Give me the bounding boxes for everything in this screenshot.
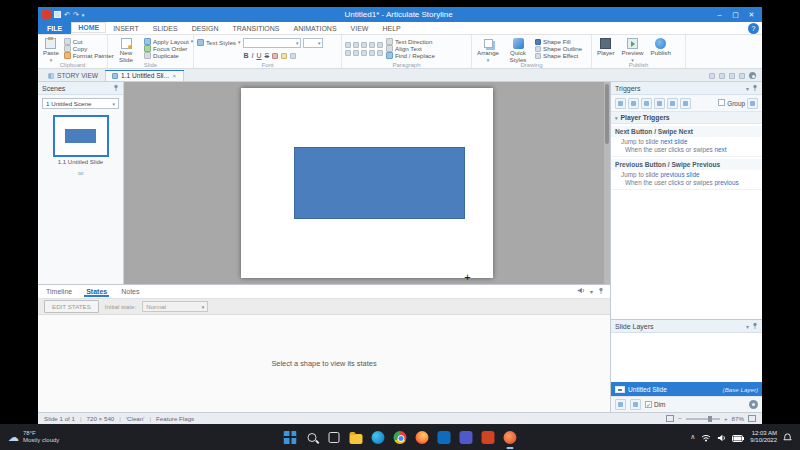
find-replace-button[interactable]: Find / Replace (386, 52, 435, 59)
slide-canvas[interactable]: + (124, 82, 610, 284)
cut-button[interactable]: Cut (64, 38, 114, 45)
text-styles-button[interactable]: Text Styles▾ (197, 38, 240, 46)
new-trigger-icon[interactable] (615, 98, 626, 109)
trigger-list-view-icon[interactable] (747, 98, 758, 109)
zoom-in-icon[interactable]: + (724, 415, 728, 422)
align-justify-button[interactable] (369, 50, 375, 56)
delete-trigger-icon[interactable] (641, 98, 652, 109)
player-button[interactable]: Player (595, 37, 617, 60)
firefox-button[interactable] (415, 430, 430, 445)
states-pin-icon[interactable] (598, 287, 604, 297)
desktop-view-icon[interactable] (709, 73, 715, 79)
align-right-button[interactable] (361, 50, 367, 56)
canvas-scrollbar[interactable] (604, 82, 610, 284)
duplicate-button[interactable]: Duplicate (144, 52, 193, 59)
trigger-action[interactable]: Jump to slide previous slide (611, 170, 762, 178)
bold-button[interactable]: B (243, 52, 248, 59)
tablet-view-icon[interactable] (729, 73, 735, 79)
trigger-condition-link[interactable]: next (715, 146, 727, 153)
wifi-icon[interactable] (701, 428, 711, 446)
menu-tab-home[interactable]: HOME (71, 22, 106, 34)
layer-properties-gear-icon[interactable] (749, 400, 758, 409)
zoom-slider-thumb[interactable] (708, 416, 712, 422)
publish-button[interactable]: Publish (649, 37, 673, 60)
battery-icon[interactable] (732, 428, 744, 446)
storyline-taskbar-button[interactable] (503, 430, 518, 445)
canvas-scrollbar-thumb[interactable] (605, 84, 609, 144)
align-left-button[interactable] (345, 50, 351, 56)
redo-icon[interactable]: ↷ (73, 11, 79, 19)
decrease-indent-button[interactable] (361, 42, 367, 48)
weather-widget[interactable]: ☁ 78°F Mostly cloudy (8, 430, 59, 444)
panel-collapse-icon[interactable]: ▾ (590, 288, 593, 295)
tab-timeline[interactable]: Timeline (44, 286, 74, 297)
trigger-title[interactable]: Previous Button / Swipe Previous (611, 159, 762, 170)
laptop-view-icon[interactable] (719, 73, 725, 79)
file-menu-button[interactable]: FILE (38, 22, 71, 34)
underline-button[interactable]: U (256, 52, 261, 59)
edit-layer-icon[interactable] (630, 399, 641, 410)
undo-icon[interactable]: ↶ (64, 11, 70, 19)
align-text-button[interactable]: Align Text (386, 45, 435, 52)
player-triggers-header[interactable]: ▾ Player Triggers (611, 112, 762, 124)
shape-effect-button[interactable]: Shape Effect (535, 52, 582, 59)
menu-tab-transitions[interactable]: TRANSITIONS (225, 22, 286, 34)
shape-outline-button[interactable]: Shape Outline (535, 45, 582, 52)
phone-view-icon[interactable] (739, 73, 745, 79)
preview-button[interactable]: Preview ▾ (620, 37, 646, 60)
taskbar-clock[interactable]: 12:03 AM 9/10/2022 (750, 430, 777, 444)
file-explorer-button[interactable] (349, 430, 364, 445)
tab-slide[interactable]: 1.1 Untitled Sli... ✕ (105, 70, 184, 81)
text-direction-button[interactable]: Text Direction (386, 38, 435, 45)
edit-trigger-icon[interactable] (628, 98, 639, 109)
scenes-pin-icon[interactable] (113, 84, 119, 92)
tab-story-view[interactable]: STORY VIEW (41, 70, 105, 81)
help-icon[interactable]: ? (748, 23, 759, 34)
feature-flags-link[interactable]: Feature Flags (156, 415, 194, 422)
zoom-slider[interactable] (686, 418, 720, 420)
trigger-condition[interactable]: When the user clicks or swipes next (611, 145, 762, 153)
slide-stage[interactable] (241, 88, 493, 278)
columns-button[interactable] (377, 50, 383, 56)
trigger-condition-link[interactable]: previous (715, 179, 739, 186)
maximize-button[interactable]: ▢ (729, 11, 742, 19)
menu-tab-view[interactable]: VIEW (344, 22, 376, 34)
audio-icon[interactable] (577, 287, 585, 296)
dim-checkbox[interactable]: ✓ (645, 401, 652, 408)
chrome-button[interactable] (393, 430, 408, 445)
line-spacing-button[interactable] (377, 42, 383, 48)
font-size-select[interactable]: ▾ (303, 38, 323, 48)
fit-to-window-icon[interactable] (748, 415, 756, 422)
link-icon[interactable]: ∞ (78, 169, 84, 178)
reorder-trigger-icon[interactable] (680, 98, 691, 109)
arrange-button[interactable]: Arrange ▾ (475, 37, 501, 60)
qat-dropdown-icon[interactable]: ▾ (82, 12, 85, 18)
font-name-select[interactable]: ▾ (243, 38, 301, 48)
triggers-pin-icon[interactable] (752, 84, 758, 92)
paste-button[interactable]: Paste ▾ (41, 37, 61, 60)
highlight-color-button[interactable] (281, 53, 287, 59)
italic-button[interactable]: I (252, 52, 254, 59)
copy-button[interactable]: Copy (64, 45, 114, 52)
trigger-action[interactable]: Jump to slide next slide (611, 137, 762, 145)
trigger-item-next[interactable]: Next Button / Swipe Next Jump to slide n… (611, 124, 762, 157)
close-button[interactable]: ✕ (745, 11, 758, 19)
focus-order-button[interactable]: Focus Order (144, 45, 193, 52)
clear-formatting-button[interactable] (290, 53, 296, 59)
menu-tab-design[interactable]: DESIGN (185, 22, 226, 34)
tray-overflow-icon[interactable]: ∧ (690, 433, 695, 441)
scene-selector-dropdown[interactable]: 1 Untitled Scene ▾ (42, 98, 119, 109)
menu-tab-animations[interactable]: ANIMATIONS (287, 22, 344, 34)
tab-states[interactable]: States (84, 286, 109, 297)
edit-states-button[interactable]: EDIT STATES (44, 300, 99, 313)
outlook-button[interactable] (437, 430, 452, 445)
copy-trigger-icon[interactable] (654, 98, 665, 109)
task-view-button[interactable] (327, 430, 342, 445)
trigger-action-link[interactable]: next slide (660, 138, 687, 145)
group-checkbox[interactable] (718, 99, 725, 106)
base-layer-row[interactable]: Untitled Slide (Base Layer) (611, 382, 762, 396)
search-button[interactable] (305, 430, 320, 445)
strikethrough-button[interactable]: S (265, 52, 270, 59)
format-painter-button[interactable]: Format Painter (64, 52, 114, 59)
powerpoint-button[interactable] (481, 430, 496, 445)
